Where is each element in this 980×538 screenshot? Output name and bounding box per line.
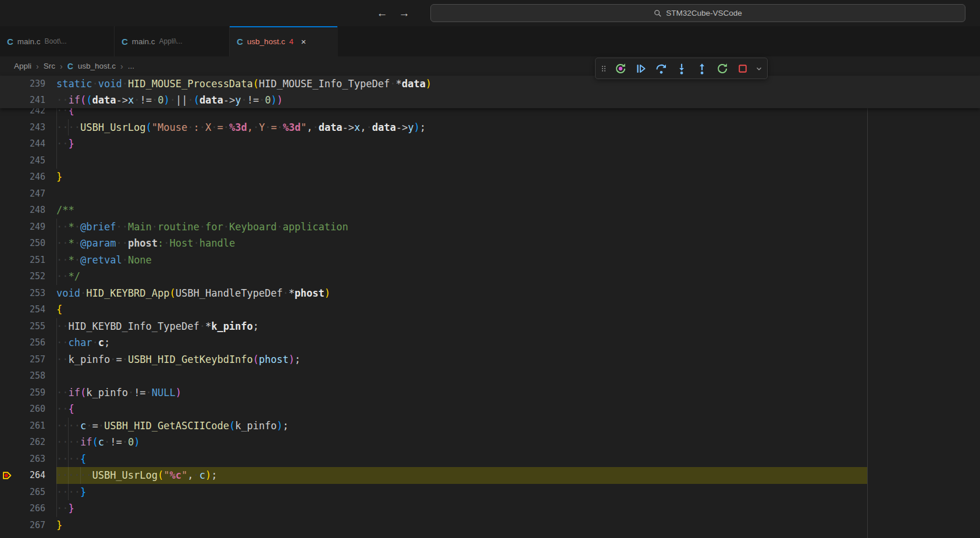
debug-more-dropdown[interactable] — [753, 59, 765, 77]
line-number[interactable]: 263 — [0, 451, 45, 468]
code-line-239[interactable]: 239static·void·HID_MOUSE_ProcessData(HID… — [0, 76, 980, 92]
indent-guide — [56, 152, 57, 169]
code-line-246[interactable]: 246} — [0, 169, 980, 186]
step-out-button[interactable] — [692, 59, 711, 77]
code-line-261[interactable]: 261····c·=·USBH_HID_GetASCIICode(k_pinfo… — [0, 418, 980, 434]
line-number[interactable]: 262 — [0, 434, 45, 451]
code-area[interactable]: 242··{243····USBH_UsrLog("Mouse·:·X·=·%3… — [0, 102, 980, 538]
code-text: ····USBH_UsrLog("Mouse·:·X·=·%3d,·Y·=·%3… — [56, 119, 426, 136]
line-number[interactable]: 266 — [0, 500, 45, 517]
code-line-248[interactable]: 248/** — [0, 202, 980, 219]
code-line-250[interactable]: 250··*·@param··phost:·Host·handle — [0, 235, 980, 252]
code-line-266[interactable]: 266··} — [0, 500, 980, 517]
gripper-icon[interactable] — [598, 59, 610, 77]
indent-guide — [56, 368, 57, 384]
line-number[interactable]: 257 — [0, 351, 45, 368]
step-into-icon — [675, 62, 688, 75]
command-center-search[interactable]: STM32Cube-VSCode — [430, 4, 965, 22]
code-line-244[interactable]: 244··} — [0, 136, 980, 152]
code-line-264[interactable]: 264······USBH_UsrLog("%c",·c); — [0, 467, 980, 484]
line-number[interactable]: 259 — [0, 384, 45, 401]
line-number[interactable]: 251 — [0, 252, 45, 269]
code-text: void·HID_KEYBRD_App(USBH_HandleTypeDef·*… — [56, 285, 330, 302]
code-line-241[interactable]: 241··if((data->x·!=·0)·||·(data->y·!=·0)… — [0, 92, 980, 108]
reset-device-button[interactable] — [611, 59, 630, 77]
line-number[interactable]: 248 — [0, 202, 45, 219]
code-line-253[interactable]: 253void·HID_KEYBRD_App(USBH_HandleTypeDe… — [0, 285, 980, 302]
line-number[interactable]: 247 — [0, 186, 45, 202]
code-line-243[interactable]: 243····USBH_UsrLog("Mouse·:·X·=·%3d,·Y·=… — [0, 119, 980, 136]
code-text: ··*·@param··phost:·Host·handle — [56, 235, 235, 252]
line-number[interactable]: 250 — [0, 235, 45, 252]
line-number[interactable]: 255 — [0, 318, 45, 335]
code-text: /** — [56, 202, 74, 219]
code-line-245[interactable]: 245 — [0, 152, 980, 169]
tab-main-c[interactable]: Cmain.cAppli\... — [115, 26, 230, 56]
line-number[interactable]: 239 — [0, 76, 45, 92]
line-number[interactable]: 245 — [0, 152, 45, 169]
code-text: ··if((data->x·!=·0)·||·(data->y·!=·0)) — [56, 92, 283, 108]
tab-main-c[interactable]: Cmain.cBoot\... — [0, 26, 115, 56]
line-number[interactable]: 264 — [0, 467, 45, 484]
line-number[interactable]: 265 — [0, 484, 45, 501]
code-text: { — [56, 301, 62, 318]
c-file-icon: C — [237, 37, 243, 47]
code-line-263[interactable]: 263····{ — [0, 451, 980, 468]
line-number[interactable]: 258 — [0, 368, 45, 384]
line-number[interactable]: 241 — [0, 92, 45, 108]
line-number[interactable]: 243 — [0, 119, 45, 136]
line-number[interactable]: 267 — [0, 517, 45, 534]
code-editor[interactable]: 242··{243····USBH_UsrLog("Mouse·:·X·=·%3… — [0, 76, 980, 538]
sticky-scroll[interactable]: 239static·void·HID_MOUSE_ProcessData(HID… — [0, 76, 980, 108]
code-line-257[interactable]: 257··k_pinfo·=·USBH_HID_GetKeybdInfo(pho… — [0, 351, 980, 368]
c-file-icon: C — [122, 37, 128, 47]
code-text: ··} — [56, 136, 74, 152]
line-number[interactable]: 256 — [0, 334, 45, 351]
breadcrumb-item[interactable]: Appli — [14, 62, 31, 70]
tab-usb_host-c[interactable]: Cusb_host.c4× — [230, 26, 338, 56]
code-text: ····if(c·!=·0) — [56, 434, 140, 451]
code-line-258[interactable]: 258 — [0, 368, 980, 384]
code-line-265[interactable]: 265····} — [0, 484, 980, 501]
editor-ruler — [867, 108, 868, 538]
nav-forward-icon[interactable]: → — [396, 5, 412, 22]
breadcrumb-item[interactable]: usb_host.c — [78, 62, 116, 70]
line-number[interactable]: 244 — [0, 136, 45, 152]
code-line-249[interactable]: 249··*·@brief··Main·routine·for·Keyboard… — [0, 219, 980, 236]
close-icon[interactable]: × — [301, 37, 306, 47]
code-text: static·void·HID_MOUSE_ProcessData(HID_MO… — [56, 76, 432, 92]
stop-button[interactable] — [733, 59, 752, 77]
line-number[interactable]: 246 — [0, 169, 45, 186]
code-line-260[interactable]: 260··{ — [0, 401, 980, 418]
code-text: ··HID_KEYBD_Info_TypeDef·*k_pinfo; — [56, 318, 259, 335]
line-number[interactable]: 252 — [0, 268, 45, 285]
code-line-247[interactable]: 247 — [0, 186, 980, 202]
c-file-icon: C — [7, 37, 13, 47]
step-into-button[interactable] — [672, 59, 691, 77]
breadcrumb-item[interactable]: ... — [128, 62, 134, 70]
code-line-252[interactable]: 252··*/ — [0, 268, 980, 285]
step-over-button[interactable] — [651, 59, 671, 77]
breadcrumb-item[interactable]: Src — [44, 62, 55, 70]
line-number[interactable]: 260 — [0, 401, 45, 418]
code-line-255[interactable]: 255··HID_KEYBD_Info_TypeDef·*k_pinfo; — [0, 318, 980, 335]
code-text: } — [56, 169, 62, 186]
code-text: } — [56, 517, 62, 534]
restart-button[interactable] — [712, 59, 732, 77]
line-number[interactable]: 249 — [0, 219, 45, 236]
line-number[interactable]: 261 — [0, 418, 45, 434]
code-line-262[interactable]: 262····if(c·!=·0) — [0, 434, 980, 451]
c-file-icon: C — [67, 62, 73, 71]
nav-back-icon[interactable]: ← — [374, 5, 390, 22]
code-line-267[interactable]: 267} — [0, 517, 980, 534]
continue-button[interactable] — [631, 59, 650, 77]
code-line-256[interactable]: 256··char·c; — [0, 334, 980, 351]
code-line-259[interactable]: 259··if(k_pinfo·!=·NULL) — [0, 384, 980, 401]
tab-bar: Cmain.cBoot\...Cmain.cAppli\...Cusb_host… — [0, 26, 980, 56]
problem-count-badge: 4 — [289, 37, 293, 46]
line-number[interactable]: 253 — [0, 285, 45, 302]
line-number[interactable]: 254 — [0, 301, 45, 318]
debug-toolbar — [595, 58, 768, 79]
code-line-251[interactable]: 251··*·@retval·None — [0, 252, 980, 269]
code-line-254[interactable]: 254{ — [0, 301, 980, 318]
